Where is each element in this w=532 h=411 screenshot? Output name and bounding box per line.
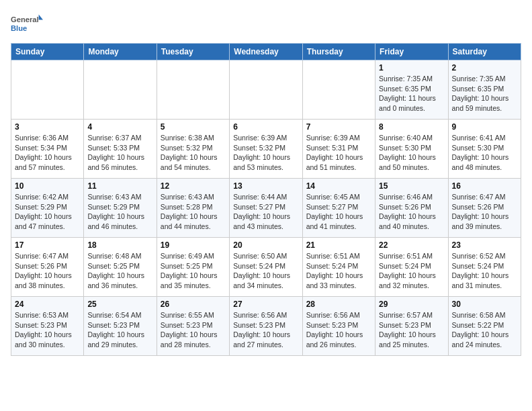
calendar-cell: 8Sunrise: 6:40 AM Sunset: 5:30 PM Daylig… — [375, 120, 448, 179]
calendar-cell: 7Sunrise: 6:39 AM Sunset: 5:31 PM Daylig… — [302, 120, 375, 179]
day-number: 12 — [161, 181, 226, 191]
day-info: Sunrise: 6:52 AM Sunset: 5:24 PM Dayligh… — [452, 251, 517, 291]
day-info: Sunrise: 6:44 AM Sunset: 5:27 PM Dayligh… — [233, 192, 298, 232]
day-info: Sunrise: 6:46 AM Sunset: 5:26 PM Dayligh… — [379, 192, 444, 232]
calendar-cell: 6Sunrise: 6:39 AM Sunset: 5:32 PM Daylig… — [230, 120, 302, 179]
day-number: 6 — [233, 122, 298, 132]
day-number: 22 — [379, 240, 444, 250]
calendar-cell: 23Sunrise: 6:52 AM Sunset: 5:24 PM Dayli… — [448, 238, 521, 297]
day-number: 15 — [379, 181, 444, 191]
day-info: Sunrise: 7:35 AM Sunset: 6:35 PM Dayligh… — [452, 74, 517, 113]
day-number: 16 — [452, 181, 517, 191]
day-number: 29 — [379, 300, 444, 309]
calendar-cell — [302, 60, 375, 120]
day-number: 23 — [452, 240, 517, 250]
week-row-3: 10Sunrise: 6:42 AM Sunset: 5:29 PM Dayli… — [11, 179, 521, 238]
week-row-1: 1Sunrise: 7:35 AM Sunset: 6:35 PM Daylig… — [11, 60, 521, 120]
day-info: Sunrise: 6:39 AM Sunset: 5:31 PM Dayligh… — [306, 133, 371, 173]
header: General Blue — [11, 11, 521, 38]
day-number: 17 — [15, 240, 80, 250]
day-info: Sunrise: 6:36 AM Sunset: 5:34 PM Dayligh… — [15, 133, 80, 173]
calendar-cell: 28Sunrise: 6:56 AM Sunset: 5:23 PM Dayli… — [302, 297, 375, 356]
day-number: 14 — [306, 181, 371, 191]
day-info: Sunrise: 6:56 AM Sunset: 5:23 PM Dayligh… — [233, 310, 298, 350]
calendar-cell — [84, 60, 157, 120]
day-info: Sunrise: 6:51 AM Sunset: 5:24 PM Dayligh… — [306, 251, 371, 291]
day-info: Sunrise: 6:45 AM Sunset: 5:27 PM Dayligh… — [306, 192, 371, 232]
logo: General Blue — [11, 11, 46, 38]
calendar-cell: 15Sunrise: 6:46 AM Sunset: 5:26 PM Dayli… — [375, 179, 448, 238]
calendar-cell: 11Sunrise: 6:43 AM Sunset: 5:29 PM Dayli… — [84, 179, 157, 238]
day-number: 4 — [87, 122, 152, 132]
calendar-cell: 2Sunrise: 7:35 AM Sunset: 6:35 PM Daylig… — [448, 60, 521, 120]
day-info: Sunrise: 6:47 AM Sunset: 5:26 PM Dayligh… — [15, 251, 80, 291]
calendar-cell: 17Sunrise: 6:47 AM Sunset: 5:26 PM Dayli… — [11, 238, 84, 297]
day-number: 9 — [452, 122, 517, 132]
day-number: 25 — [87, 300, 152, 309]
weekday-header-tuesday: Tuesday — [157, 44, 229, 60]
weekday-header-sunday: Sunday — [11, 44, 84, 60]
calendar-cell: 3Sunrise: 6:36 AM Sunset: 5:34 PM Daylig… — [11, 120, 84, 179]
day-info: Sunrise: 7:35 AM Sunset: 6:35 PM Dayligh… — [379, 74, 444, 113]
calendar-cell: 20Sunrise: 6:50 AM Sunset: 5:24 PM Dayli… — [230, 238, 302, 297]
day-info: Sunrise: 6:56 AM Sunset: 5:23 PM Dayligh… — [306, 310, 371, 350]
day-info: Sunrise: 6:40 AM Sunset: 5:30 PM Dayligh… — [379, 133, 444, 173]
day-number: 19 — [161, 240, 226, 250]
day-number: 2 — [452, 63, 517, 73]
weekday-header-saturday: Saturday — [448, 44, 521, 60]
calendar-cell — [157, 60, 229, 120]
calendar-cell: 5Sunrise: 6:38 AM Sunset: 5:32 PM Daylig… — [157, 120, 229, 179]
day-number: 7 — [306, 122, 371, 132]
calendar-cell: 29Sunrise: 6:57 AM Sunset: 5:23 PM Dayli… — [375, 297, 448, 356]
calendar-cell: 22Sunrise: 6:51 AM Sunset: 5:24 PM Dayli… — [375, 238, 448, 297]
calendar-cell: 18Sunrise: 6:48 AM Sunset: 5:25 PM Dayli… — [84, 238, 157, 297]
week-row-2: 3Sunrise: 6:36 AM Sunset: 5:34 PM Daylig… — [11, 120, 521, 179]
weekday-header-wednesday: Wednesday — [230, 44, 302, 60]
calendar-cell: 26Sunrise: 6:55 AM Sunset: 5:23 PM Dayli… — [157, 297, 229, 356]
day-info: Sunrise: 6:43 AM Sunset: 5:29 PM Dayligh… — [87, 192, 152, 232]
day-info: Sunrise: 6:38 AM Sunset: 5:32 PM Dayligh… — [161, 133, 226, 173]
day-number: 5 — [161, 122, 226, 132]
calendar-cell: 13Sunrise: 6:44 AM Sunset: 5:27 PM Dayli… — [230, 179, 302, 238]
calendar-cell: 9Sunrise: 6:41 AM Sunset: 5:30 PM Daylig… — [448, 120, 521, 179]
calendar-cell: 4Sunrise: 6:37 AM Sunset: 5:33 PM Daylig… — [84, 120, 157, 179]
week-row-4: 17Sunrise: 6:47 AM Sunset: 5:26 PM Dayli… — [11, 238, 521, 297]
day-number: 8 — [379, 122, 444, 132]
day-number: 21 — [306, 240, 371, 250]
day-number: 3 — [15, 122, 80, 132]
day-info: Sunrise: 6:42 AM Sunset: 5:29 PM Dayligh… — [15, 192, 80, 232]
calendar-cell: 21Sunrise: 6:51 AM Sunset: 5:24 PM Dayli… — [302, 238, 375, 297]
day-number: 27 — [233, 300, 298, 309]
day-number: 28 — [306, 300, 371, 309]
svg-text:General: General — [11, 15, 39, 24]
day-info: Sunrise: 6:51 AM Sunset: 5:24 PM Dayligh… — [379, 251, 444, 291]
calendar-cell: 19Sunrise: 6:49 AM Sunset: 5:25 PM Dayli… — [157, 238, 229, 297]
calendar-cell: 16Sunrise: 6:47 AM Sunset: 5:26 PM Dayli… — [448, 179, 521, 238]
day-info: Sunrise: 6:53 AM Sunset: 5:23 PM Dayligh… — [15, 310, 80, 350]
day-number: 18 — [87, 240, 152, 250]
weekday-header-row: SundayMondayTuesdayWednesdayThursdayFrid… — [11, 44, 521, 60]
calendar-cell: 10Sunrise: 6:42 AM Sunset: 5:29 PM Dayli… — [11, 179, 84, 238]
weekday-header-monday: Monday — [84, 44, 157, 60]
weekday-header-thursday: Thursday — [302, 44, 375, 60]
calendar-cell: 14Sunrise: 6:45 AM Sunset: 5:27 PM Dayli… — [302, 179, 375, 238]
day-number: 13 — [233, 181, 298, 191]
day-info: Sunrise: 6:37 AM Sunset: 5:33 PM Dayligh… — [87, 133, 152, 173]
day-number: 10 — [15, 181, 80, 191]
calendar-cell — [230, 60, 302, 120]
day-info: Sunrise: 6:43 AM Sunset: 5:28 PM Dayligh… — [161, 192, 226, 232]
calendar-cell: 27Sunrise: 6:56 AM Sunset: 5:23 PM Dayli… — [230, 297, 302, 356]
week-row-5: 24Sunrise: 6:53 AM Sunset: 5:23 PM Dayli… — [11, 297, 521, 356]
day-info: Sunrise: 6:58 AM Sunset: 5:22 PM Dayligh… — [452, 310, 517, 350]
calendar-cell: 12Sunrise: 6:43 AM Sunset: 5:28 PM Dayli… — [157, 179, 229, 238]
day-info: Sunrise: 6:48 AM Sunset: 5:25 PM Dayligh… — [87, 251, 152, 291]
svg-marker-2 — [39, 15, 43, 20]
day-number: 11 — [87, 181, 152, 191]
calendar-table: SundayMondayTuesdayWednesdayThursdayFrid… — [11, 43, 521, 356]
calendar-cell: 24Sunrise: 6:53 AM Sunset: 5:23 PM Dayli… — [11, 297, 84, 356]
calendar-cell — [11, 60, 84, 120]
weekday-header-friday: Friday — [375, 44, 448, 60]
day-info: Sunrise: 6:57 AM Sunset: 5:23 PM Dayligh… — [379, 310, 444, 350]
calendar-cell: 30Sunrise: 6:58 AM Sunset: 5:22 PM Dayli… — [448, 297, 521, 356]
day-number: 20 — [233, 240, 298, 250]
